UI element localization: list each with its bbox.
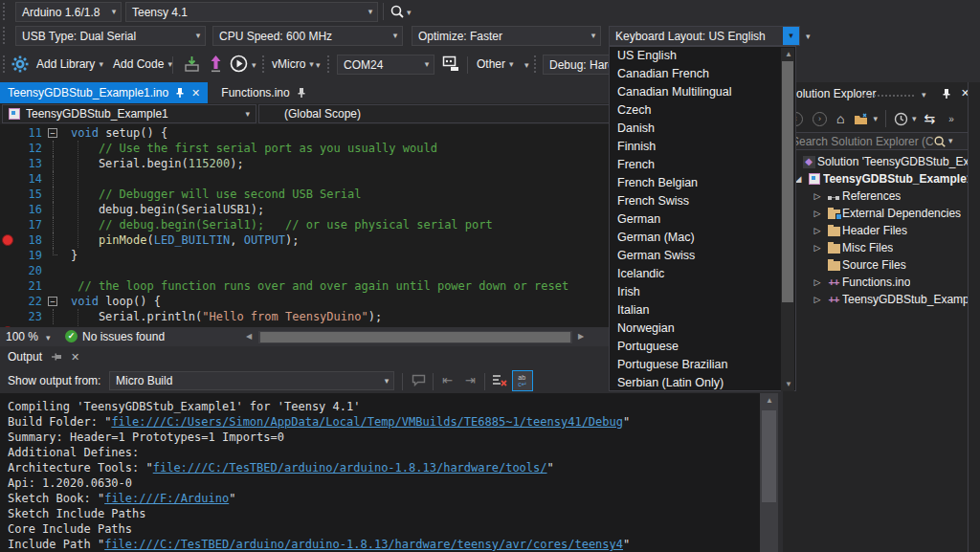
dropdown-scroll-thumb[interactable] bbox=[782, 61, 793, 302]
search-options-chevron[interactable]: ▾ bbox=[948, 137, 953, 145]
toolbar-drag-handle[interactable] bbox=[3, 55, 7, 73]
fold-margin[interactable]: − bbox=[42, 294, 65, 309]
toolbar-overflow-chevron[interactable]: ▾ bbox=[524, 61, 529, 70]
previous-message-icon[interactable]: ⇤ bbox=[442, 373, 453, 387]
toolbar-overflow-chevron[interactable]: ▾ bbox=[316, 61, 321, 70]
dropdown-vscroll-track[interactable]: ▲ ▼ bbox=[781, 48, 794, 391]
fold-margin[interactable] bbox=[42, 263, 65, 278]
output-source-combo[interactable]: Micro Build ▾ bbox=[109, 371, 394, 390]
dropdown-item[interactable]: Norwegian bbox=[610, 320, 795, 338]
optimize-combo[interactable]: Optimize: Faster ▾ bbox=[412, 26, 601, 46]
fold-margin[interactable] bbox=[42, 141, 65, 156]
dropdown-item[interactable]: French bbox=[610, 156, 795, 174]
tree-expand-arrow[interactable]: ▷ bbox=[810, 226, 825, 235]
tree-expand-arrow[interactable]: ▷ bbox=[810, 191, 825, 201]
dropdown-item[interactable]: Canadian French bbox=[610, 65, 795, 83]
build-output-console[interactable]: Compiling 'TeensyGDBStub_Example1' for '… bbox=[0, 393, 760, 552]
breakpoint-margin[interactable] bbox=[0, 187, 17, 202]
breakpoint-margin[interactable] bbox=[0, 263, 17, 278]
tree-item-references[interactable]: ▷References bbox=[783, 188, 969, 205]
ide-version-combo[interactable]: Arduino 1.6/1.8 ▾ bbox=[15, 2, 122, 22]
sync-with-active-document-icon[interactable]: ⇆ bbox=[924, 111, 936, 126]
dropdown-scroll-down-arrow[interactable]: ▼ bbox=[785, 381, 792, 388]
run-debug-icon[interactable] bbox=[230, 55, 248, 73]
vmicro-menu-button[interactable]: vMicro▾ bbox=[272, 57, 314, 71]
toolbar-drag-handle[interactable] bbox=[534, 55, 538, 73]
nav-forward-icon[interactable]: › bbox=[813, 112, 827, 126]
toolbar-overflow-icon[interactable]: » bbox=[948, 114, 954, 124]
filter-chevron[interactable]: ▾ bbox=[912, 115, 917, 123]
solution-search-input[interactable]: Search Solution Explorer (Ctrl+;) ▾ bbox=[787, 132, 969, 150]
output-link[interactable]: file:///C:/TesTBED/arduino/arduino-1.8.1… bbox=[104, 538, 623, 551]
breakpoint-margin[interactable] bbox=[0, 217, 17, 232]
keyboard-layout-combo[interactable]: Keyboard Layout: US English ▾ bbox=[609, 26, 800, 46]
types-dropdown[interactable]: TeensyGDBStub_Example1 ▾ bbox=[2, 104, 256, 123]
tree-item-source-files[interactable]: Source Files bbox=[783, 256, 969, 274]
dropdown-item[interactable]: French Belgian bbox=[610, 174, 795, 192]
dropdown-item[interactable]: Portuguese Brazilian bbox=[610, 356, 795, 374]
breakpoint-icon[interactable] bbox=[2, 234, 13, 246]
pending-changes-filter-icon[interactable] bbox=[894, 112, 908, 126]
dropdown-item[interactable]: Serbian (Latin Only) bbox=[610, 374, 795, 392]
hscroll-track[interactable] bbox=[258, 331, 572, 343]
breakpoint-margin[interactable] bbox=[0, 171, 17, 187]
tree-expand-arrow[interactable]: ▷ bbox=[810, 209, 825, 218]
output-link[interactable]: file:///F:/Arduino bbox=[104, 492, 229, 505]
breakpoint-margin[interactable] bbox=[0, 125, 17, 141]
tree-item-teensygdbstub-example1-ino[interactable]: ▷++TeensyGDBStub_Example1.ino bbox=[783, 291, 969, 308]
dropdown-scroll-up-arrow[interactable]: ▲ bbox=[785, 51, 792, 58]
tab-teensygdbstub-example1-ino[interactable]: TeensyGDBStub_Example1.ino ✕ bbox=[0, 82, 208, 103]
hscroll-left-arrow[interactable]: ◀ bbox=[246, 333, 252, 341]
fold-margin[interactable] bbox=[42, 202, 65, 217]
window-position-chevron[interactable]: ▾ bbox=[922, 91, 926, 99]
fold-margin[interactable] bbox=[42, 171, 65, 187]
run-options-chevron[interactable]: ▾ bbox=[252, 61, 256, 70]
fold-margin[interactable] bbox=[42, 217, 65, 232]
home-icon[interactable]: ⌂ bbox=[836, 111, 844, 126]
output-vscroll-up-arrow[interactable]: ▲ bbox=[766, 397, 773, 405]
clear-all-icon[interactable] bbox=[492, 374, 507, 387]
dropdown-item[interactable]: Canadian Multilingual bbox=[610, 83, 795, 101]
tree-expand-arrow[interactable]: ▷ bbox=[810, 277, 825, 287]
messages-icon[interactable] bbox=[412, 374, 426, 386]
dropdown-item[interactable]: German Swiss bbox=[610, 247, 795, 265]
breakpoint-margin[interactable] bbox=[0, 294, 17, 309]
output-vscroll-track[interactable]: ▲ bbox=[760, 393, 778, 552]
cpu-speed-combo[interactable]: CPU Speed: 600 MHz ▾ bbox=[212, 26, 403, 46]
dropdown-item[interactable]: Irish bbox=[610, 283, 795, 301]
fold-margin[interactable] bbox=[42, 232, 65, 248]
breakpoint-margin[interactable] bbox=[0, 278, 17, 294]
hscroll-thumb[interactable] bbox=[260, 332, 570, 342]
solution-explorer-title-bar[interactable]: Solution Explorer ▾ ✕ bbox=[783, 84, 980, 105]
other-menu-button[interactable]: Other▾ bbox=[477, 57, 514, 71]
toolbar-drag-handle[interactable] bbox=[262, 55, 266, 73]
breakpoint-margin[interactable] bbox=[0, 309, 17, 324]
breakpoint-margin[interactable] bbox=[0, 248, 17, 263]
zoom-chevron[interactable]: ▾ bbox=[46, 334, 51, 342]
tree-expand-arrow[interactable]: ▷ bbox=[810, 295, 825, 304]
toolbar-drag-handle[interactable] bbox=[3, 27, 7, 44]
close-icon[interactable]: ✕ bbox=[71, 351, 79, 364]
dropdown-item[interactable]: Italian bbox=[610, 301, 795, 320]
add-code-button[interactable]: Add Code▾ bbox=[113, 57, 172, 71]
toolbar-drag-handle[interactable] bbox=[327, 55, 331, 73]
fold-margin[interactable] bbox=[42, 248, 65, 263]
tree-item-misc-files[interactable]: ▷Misc Files bbox=[783, 239, 969, 256]
usb-type-combo[interactable]: USB Type: Dual Serial ▾ bbox=[15, 26, 206, 46]
switch-views-chevron[interactable]: ▾ bbox=[873, 115, 878, 123]
hscroll-right-arrow[interactable]: ▶ bbox=[578, 333, 584, 341]
search-icon[interactable] bbox=[390, 4, 405, 19]
search-icon[interactable] bbox=[933, 135, 947, 148]
keyboard-layout-open-arrow[interactable]: ▾ bbox=[783, 27, 799, 45]
fold-margin[interactable] bbox=[42, 309, 65, 324]
fold-margin[interactable] bbox=[42, 156, 65, 171]
output-link[interactable]: file:///C:/Users/Simon/AppData/Local/Tem… bbox=[111, 415, 623, 429]
pin-icon[interactable] bbox=[297, 87, 306, 99]
fold-margin[interactable] bbox=[42, 278, 65, 294]
upload-icon[interactable] bbox=[209, 55, 223, 73]
next-message-icon[interactable]: ⇥ bbox=[465, 373, 476, 387]
breakpoint-margin[interactable] bbox=[0, 202, 17, 217]
tab-functions-ino[interactable]: Functions.ino bbox=[213, 82, 313, 103]
dropdown-item[interactable]: Finnish bbox=[610, 138, 795, 156]
output-link[interactable]: file:///C:/TesTBED/arduino/arduino-1.8.1… bbox=[153, 461, 547, 475]
